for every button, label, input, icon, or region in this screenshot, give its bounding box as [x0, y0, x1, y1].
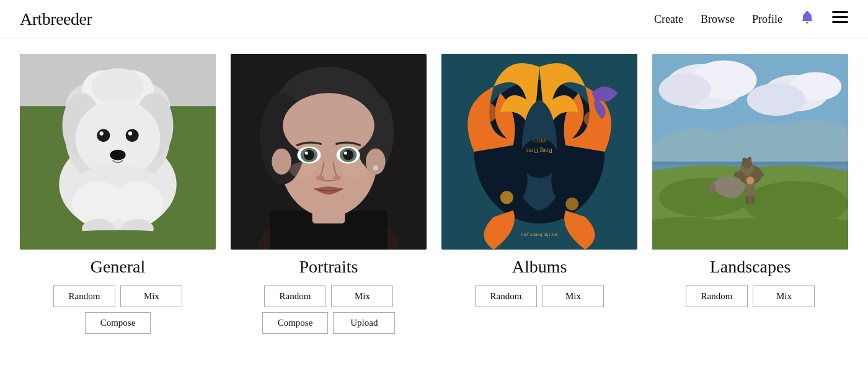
svg-point-58: [500, 191, 513, 204]
svg-point-47: [333, 175, 341, 180]
svg-text:MILES: MILES: [533, 137, 546, 143]
svg-point-44: [305, 151, 308, 154]
portraits-compose-button[interactable]: Compose: [262, 312, 329, 334]
card-buttons-landscapes: Random Mix: [652, 285, 848, 307]
browse-nav-link[interactable]: Browse: [701, 13, 735, 26]
svg-point-49: [290, 162, 316, 178]
svg-point-53: [520, 139, 559, 178]
card-title-general: General: [91, 257, 146, 277]
button-row-2: Compose: [85, 312, 151, 334]
albums-random-button[interactable]: Random: [475, 285, 538, 307]
card-title-albums: Albums: [512, 257, 567, 277]
svg-point-19: [128, 131, 132, 135]
card-general: General Random Mix Compose: [20, 54, 216, 334]
button-row-1: Random Mix: [53, 285, 183, 307]
button-row-1: Random Mix: [686, 285, 815, 307]
svg-point-43: [343, 150, 353, 160]
svg-point-50: [342, 162, 368, 178]
create-nav-link[interactable]: Create: [654, 13, 683, 26]
landscapes-mix-button[interactable]: Mix: [753, 285, 815, 307]
card-buttons-albums: Random Mix: [441, 285, 637, 307]
general-mix-button[interactable]: Mix: [120, 285, 182, 307]
cards-grid: General Random Mix Compose: [20, 54, 848, 334]
profile-nav-link[interactable]: Profile: [752, 13, 782, 26]
svg-point-36: [272, 149, 291, 175]
bell-icon[interactable]: [800, 10, 815, 28]
svg-rect-80: [746, 196, 750, 204]
card-title-portraits: Portraits: [299, 257, 358, 277]
svg-text:see the bones you: see the bones you: [520, 232, 557, 238]
button-row-1: Random Mix: [475, 285, 604, 307]
header: Artbreeder Create Browse Profile: [0, 0, 868, 39]
svg-rect-0: [832, 11, 848, 13]
card-image-general: [20, 54, 216, 250]
svg-point-48: [373, 165, 378, 170]
main-content: General Random Mix Compose: [0, 39, 868, 349]
svg-point-17: [126, 129, 139, 142]
button-row-2: Compose Upload: [262, 312, 396, 334]
svg-point-67: [747, 83, 806, 116]
svg-point-59: [565, 198, 578, 211]
svg-point-57: [584, 111, 600, 127]
card-image-portraits: [231, 54, 427, 250]
general-compose-button[interactable]: Compose: [85, 312, 151, 334]
button-row-1: Random Mix: [264, 285, 394, 307]
svg-point-56: [477, 103, 497, 123]
svg-point-16: [97, 129, 110, 142]
svg-point-18: [100, 131, 104, 135]
svg-rect-81: [751, 196, 755, 204]
svg-point-76: [748, 157, 751, 160]
svg-point-20: [110, 150, 125, 160]
svg-rect-79: [746, 183, 755, 198]
card-landscapes: Landscapes Random Mix: [652, 54, 848, 334]
portraits-upload-button[interactable]: Upload: [333, 312, 395, 334]
svg-text:Bong Fires: Bong Fires: [526, 147, 552, 154]
svg-point-45: [344, 151, 347, 154]
card-buttons-general: Random Mix Compose: [20, 285, 216, 334]
svg-point-12: [92, 68, 144, 105]
albums-mix-button[interactable]: Mix: [542, 285, 604, 307]
portraits-random-button[interactable]: Random: [264, 285, 327, 307]
logo[interactable]: Artbreeder: [20, 9, 92, 29]
card-albums: Bong Fires MILES see the bones you Album…: [441, 54, 637, 334]
card-image-albums: Bong Fires MILES see the bones you: [441, 54, 637, 250]
card-portraits: Portraits Random Mix Compose Upload: [231, 54, 427, 334]
svg-point-82: [746, 176, 755, 185]
card-buttons-portraits: Random Mix Compose Upload: [231, 285, 427, 334]
svg-rect-2: [832, 21, 848, 23]
svg-point-75: [742, 157, 746, 161]
card-image-landscapes: [652, 54, 848, 250]
portraits-mix-button[interactable]: Mix: [331, 285, 393, 307]
menu-icon[interactable]: [832, 11, 848, 27]
svg-point-77: [734, 172, 745, 178]
main-nav: Create Browse Profile: [654, 10, 848, 28]
svg-point-78: [753, 172, 764, 178]
svg-point-46: [316, 175, 324, 180]
svg-point-64: [659, 74, 711, 107]
landscapes-random-button[interactable]: Random: [686, 285, 748, 307]
svg-rect-1: [832, 16, 848, 18]
card-title-landscapes: Landscapes: [710, 257, 791, 277]
general-random-button[interactable]: Random: [53, 285, 116, 307]
svg-point-35: [283, 93, 374, 158]
svg-point-42: [304, 150, 314, 160]
